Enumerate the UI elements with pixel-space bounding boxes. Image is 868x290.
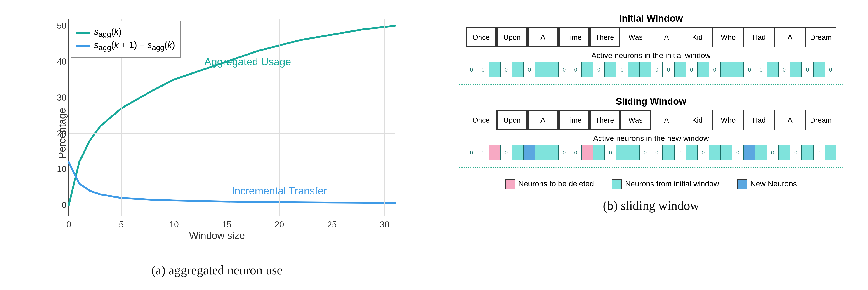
tokens-row-sliding: OnceUponATimeThereWasAKidWhoHadADream	[466, 110, 836, 130]
legend-swatch-0	[76, 32, 90, 34]
token-cell: Was	[620, 110, 651, 130]
y-tick: 10	[53, 164, 66, 174]
neuron-cell	[616, 145, 628, 160]
caption-right: (b) sliding window	[603, 198, 699, 213]
token-cell: Was	[620, 27, 651, 47]
neuron-cell: 0	[466, 62, 477, 77]
neuron-cell	[628, 62, 640, 77]
legend-swatch-1	[76, 45, 90, 47]
neurons-row-sliding: 00000000000000	[466, 145, 836, 160]
neuron-cell: 0	[813, 145, 825, 160]
neuron-cell	[489, 62, 500, 77]
legend-label-1: sagg(k + 1) − sagg(k)	[94, 40, 175, 52]
token-cell: A	[527, 110, 558, 130]
neuron-cell: 0	[651, 62, 662, 77]
neuron-cell	[547, 62, 558, 77]
neuron-cell: 0	[732, 145, 744, 160]
neuron-cell	[582, 145, 593, 160]
legend-initial: Neurons from initial window	[612, 179, 719, 189]
token-cell: Once	[466, 110, 497, 130]
neuron-cell: 0	[570, 62, 581, 77]
neuron-cell	[698, 62, 709, 77]
token-cell: Upon	[497, 110, 528, 130]
y-tick: 0	[53, 200, 66, 210]
y-tick: 40	[53, 57, 66, 66]
neuron-cell: 0	[662, 62, 674, 77]
token-cell: Time	[558, 110, 589, 130]
neuron-cell: 0	[616, 62, 628, 77]
y-tick: 50	[53, 21, 66, 31]
neuron-cell: 0	[477, 145, 489, 160]
token-cell: Kid	[682, 110, 713, 130]
neuron-cell: 0	[558, 145, 570, 160]
token-cell: A	[651, 27, 682, 47]
token-cell: A	[775, 27, 806, 47]
token-cell: There	[589, 27, 620, 47]
token-cell: Who	[713, 110, 744, 130]
neuron-cell: 0	[558, 62, 570, 77]
neuron-cell	[686, 145, 698, 160]
neuron-cell	[524, 145, 535, 160]
neuron-cell	[628, 145, 640, 160]
x-tick: 0	[66, 220, 71, 229]
right-panel: Initial Window OnceUponATimeThereWasAKid…	[434, 0, 868, 290]
neuron-cell	[709, 145, 720, 160]
neuron-legend: Neurons to be deleted Neurons from initi…	[505, 179, 797, 189]
neuron-cell: 0	[709, 62, 720, 77]
neuron-cell	[778, 145, 790, 160]
legend-new-label: New Neurons	[750, 179, 797, 188]
neuron-cell	[674, 62, 686, 77]
token-cell: A	[527, 27, 558, 47]
neuron-cell	[489, 145, 500, 160]
neuron-cell: 0	[593, 62, 604, 77]
neuron-cell: 0	[477, 62, 489, 77]
swatch-deleted	[505, 179, 515, 189]
x-tick: 5	[119, 220, 124, 229]
token-cell: Time	[558, 27, 589, 47]
neuron-cell	[744, 145, 755, 160]
neuron-cell: 0	[651, 145, 662, 160]
left-panel: Percentage Window size 01020304050051015…	[0, 0, 434, 290]
neuron-cell	[755, 145, 767, 160]
neuron-cell	[721, 62, 732, 77]
neuron-cell	[732, 62, 744, 77]
x-tick: 30	[380, 220, 389, 229]
neuron-cell	[547, 145, 558, 160]
legend: sagg(k) sagg(k + 1) − sagg(k)	[70, 21, 181, 58]
neuron-cell: 0	[778, 62, 790, 77]
neuron-cell: 0	[500, 62, 512, 77]
legend-new: New Neurons	[737, 179, 797, 189]
swatch-new	[737, 179, 747, 189]
neuron-cell: 0	[755, 62, 767, 77]
neuron-cell: 0	[466, 145, 477, 160]
swatch-initial	[612, 179, 622, 189]
separator-2	[459, 167, 843, 168]
neuron-cell	[790, 62, 802, 77]
token-cell: A	[775, 110, 806, 130]
neuron-cell: 0	[674, 145, 686, 160]
x-axis-label: Window size	[189, 230, 245, 241]
neuron-cell	[582, 62, 593, 77]
caption-left: (a) aggregated neuron use	[151, 263, 283, 277]
neuron-cell: 0	[825, 62, 836, 77]
token-cell: There	[589, 110, 620, 130]
y-tick: 30	[53, 93, 66, 102]
tokens-row-initial: OnceUponATimeThereWasAKidWhoHadADream	[466, 27, 836, 47]
token-cell: Kid	[682, 27, 713, 47]
x-tick: 20	[274, 220, 284, 229]
neuron-cell	[512, 62, 524, 77]
neuron-cell	[604, 62, 616, 77]
token-cell: Had	[744, 27, 775, 47]
legend-deleted-label: Neurons to be deleted	[518, 179, 594, 188]
title-sliding-window: Sliding Window	[616, 96, 686, 107]
token-cell: Had	[744, 110, 775, 130]
title-initial-window: Initial Window	[619, 13, 683, 24]
token-cell: Once	[466, 27, 497, 47]
neuron-cell: 0	[698, 145, 709, 160]
token-cell: A	[651, 110, 682, 130]
x-tick: 15	[222, 220, 231, 229]
chart-box: Percentage Window size 01020304050051015…	[25, 9, 409, 257]
neuron-cell	[721, 145, 732, 160]
neuron-cell: 0	[790, 145, 802, 160]
neuron-cell	[535, 145, 547, 160]
